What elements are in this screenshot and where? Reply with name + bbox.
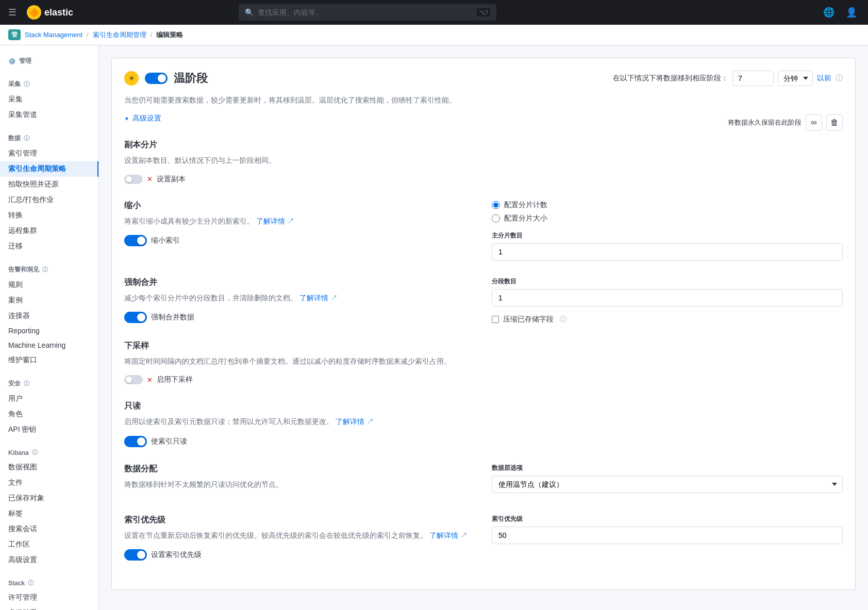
readonly-learn-more[interactable]: 了解详情 ↗ — [336, 417, 374, 426]
forcemerge-desc: 减少每个索引分片中的分段数目，并清除删除的文档。 了解详情 ↗ — [124, 292, 475, 303]
warm-toggle-thumb — [158, 74, 166, 82]
radio-shard-count[interactable]: 配置分片计数 — [492, 200, 843, 210]
sidebar-item-snapshot[interactable]: 拍取快照并还原 — [0, 177, 98, 192]
datatier-select[interactable]: 使用温节点（建议） — [492, 476, 843, 493]
sidebar-item-ml[interactable]: Machine Learning — [0, 338, 98, 352]
elastic-logo-text: elastic — [44, 7, 73, 18]
readonly-section: 只读 启用以使索引及索引元数据只读；禁用以允许写入和元数据更改。 了解详情 ↗ … — [124, 401, 843, 447]
sidebar-item-license[interactable]: 许可管理 — [0, 590, 98, 605]
permanent-infinity-button[interactable]: ∞ — [806, 114, 822, 131]
search-bar[interactable]: 🔍 ⌥/ — [239, 4, 496, 21]
primary-shards-input[interactable] — [492, 243, 843, 261]
advanced-settings-toggle[interactable]: ▼ 高级设置 — [124, 114, 161, 123]
sidebar-item-collect[interactable]: 采集 — [0, 92, 98, 107]
delete-stage-button[interactable]: 🗑 — [826, 114, 843, 131]
replica-title: 副本分片 — [124, 140, 843, 150]
sidebar-item-search-sessions[interactable]: 搜索会话 — [0, 521, 98, 537]
radio-shard-size[interactable]: 配置分片大小 — [492, 214, 843, 223]
sidebar-item-remote-cluster[interactable]: 远程集群 — [0, 223, 98, 239]
downsample-toggle-track[interactable] — [124, 375, 143, 384]
shrink-toggle-track[interactable] — [124, 235, 147, 246]
forcemerge-toggle[interactable] — [124, 312, 147, 323]
sidebar-item-index-lifecycle[interactable]: 索引生命周期策略 — [0, 161, 98, 177]
indexpriority-learn-more[interactable]: 了解详情 ↗ — [429, 531, 468, 539]
downsample-toggle-label: 启用下采样 — [157, 375, 193, 384]
breadcrumb-index-lifecycle[interactable]: 索引生命周期管理 — [93, 30, 146, 40]
breadcrumb-edit-policy: 编辑策略 — [156, 30, 183, 40]
hamburger-menu[interactable]: ☰ — [8, 7, 16, 18]
warm-stage-desc: 当您仍可能需要搜索数据，较少需要更新时，将其移到温层。温层优化了搜索性能，但牺牲… — [124, 94, 843, 106]
sidebar-category-manage[interactable]: ⚙️ 管理 — [0, 54, 98, 69]
sidebar-item-api-keys[interactable]: API 密钥 — [0, 422, 98, 437]
datatier-priority-row: 数据分配 将数据移到针对不太频繁的只读访问优化的节点。 数据层选项 使用温节点（… — [124, 464, 843, 498]
sidebar-item-collect-pipeline[interactable]: 采集管道 — [0, 107, 98, 123]
sidebar-category-label: 管理 — [19, 57, 31, 65]
primary-shards-field: 主分片数目 — [492, 231, 843, 261]
sidebar-section-data: 数据 ⓘ 索引管理 索引生命周期策略 拍取快照并还原 汇总/打包作业 转换 远程… — [0, 131, 98, 254]
replica-toggle-thumb — [126, 176, 132, 182]
user-icon[interactable]: 👤 — [843, 4, 860, 21]
forcemerge-learn-more[interactable]: 了解详情 ↗ — [299, 294, 338, 302]
shrink-desc: 将索引缩小成具有较少主分片的新索引。 了解详情 ↗ — [124, 215, 475, 227]
timing-unit-select[interactable]: 分钟 小时 天 — [778, 71, 813, 86]
downsample-toggle-thumb — [126, 377, 132, 383]
sidebar-item-migrate[interactable]: 迁移 — [0, 239, 98, 254]
replica-toggle-track[interactable] — [124, 175, 143, 184]
sidebar-item-users[interactable]: 用户 — [0, 391, 98, 406]
shrink-learn-more[interactable]: 了解详情 ↗ — [256, 217, 294, 225]
search-input[interactable] — [258, 8, 473, 16]
sidebar-category-data-label: 数据 — [8, 134, 21, 143]
sidebar-section-security: 安全 ⓘ 用户 角色 API 密钥 — [0, 376, 98, 437]
readonly-desc: 启用以使索引及索引元数据只读；禁用以允许写入和元数据更改。 了解详情 ↗ — [124, 416, 843, 427]
sidebar-item-index-manage[interactable]: 索引管理 — [0, 146, 98, 161]
sidebar-item-data-views[interactable]: 数据视图 — [0, 460, 98, 475]
forcemerge-toggle-track[interactable] — [124, 312, 147, 323]
sidebar-item-upgrade[interactable]: 升级助手 — [0, 605, 98, 610]
replica-toggle[interactable]: ✕ — [124, 175, 153, 184]
indexpriority-toggle-track[interactable] — [124, 549, 147, 561]
warm-toggle[interactable] — [145, 73, 168, 84]
compress-checkbox[interactable] — [492, 316, 499, 323]
stage-title-row: ☀ 温阶段 — [124, 71, 208, 86]
sidebar-item-rollup[interactable]: 汇总/打包作业 — [0, 192, 98, 208]
breadcrumb-stack-management[interactable]: Stack Management — [25, 31, 82, 39]
replica-desc: 设置副本数目。默认情况下仍与上一阶段相同。 — [124, 155, 843, 166]
shrink-forcemerge-row: 缩小 将索引缩小成具有较少主分片的新索引。 了解详情 ↗ 缩小索引 — [124, 200, 843, 261]
readonly-toggle[interactable] — [124, 436, 147, 447]
downsample-toggle[interactable]: ✕ — [124, 375, 153, 384]
warm-toggle-track[interactable] — [145, 73, 168, 84]
stage-indicator: ☀ — [124, 71, 139, 86]
sidebar-item-advanced-settings[interactable]: 高级设置 — [0, 552, 98, 568]
sidebar-item-reporting[interactable]: Reporting — [0, 324, 98, 338]
timing-suffix[interactable]: 以前 — [817, 74, 831, 83]
radio-shard-count-input[interactable] — [492, 201, 500, 209]
timing-value-input[interactable] — [732, 71, 774, 86]
sidebar-category-collect-label: 采集 — [8, 80, 21, 89]
top-nav: ☰ 🔶 elastic 🔍 ⌥/ 🌐 👤 — [0, 0, 868, 25]
sidebar-item-workspace[interactable]: 工作区 — [0, 537, 98, 552]
sidebar-category-alerts-label: 告警和洞见 — [8, 265, 39, 274]
main-content: ☀ 温阶段 在以下情况下将数据移到相应阶段： 分钟 小时 天 — [99, 45, 868, 610]
compress-label[interactable]: 压缩已存储字段 — [503, 315, 554, 324]
sidebar-item-rules[interactable]: 规则 — [0, 277, 98, 293]
help-icon[interactable]: 🌐 — [821, 4, 837, 21]
indexpriority-toggle[interactable] — [124, 549, 147, 561]
shrink-toggle[interactable] — [124, 235, 147, 246]
sidebar-item-cases[interactable]: 案例 — [0, 293, 98, 308]
sidebar-item-maintenance[interactable]: 维护窗口 — [0, 352, 98, 368]
sidebar-item-roles[interactable]: 角色 — [0, 406, 98, 422]
sidebar-item-saved-objects[interactable]: 已保存对象 — [0, 490, 98, 506]
permanent-label: 将数据永久保留在此阶段 — [728, 118, 802, 127]
sidebar-item-transform[interactable]: 转换 — [0, 208, 98, 223]
sidebar-item-tags[interactable]: 标签 — [0, 506, 98, 521]
radio-shard-size-input[interactable] — [492, 214, 500, 223]
sidebar-item-connectors[interactable]: 连接器 — [0, 308, 98, 324]
readonly-toggle-thumb — [137, 437, 145, 446]
readonly-toggle-track[interactable] — [124, 436, 147, 447]
datatier-desc: 将数据移到针对不太频繁的只读访问优化的节点。 — [124, 479, 475, 490]
sidebar-item-files[interactable]: 文件 — [0, 475, 98, 490]
segments-input[interactable] — [492, 289, 843, 307]
breadcrumb-sep-2: / — [151, 31, 153, 39]
segments-field: 分段数目 — [492, 277, 843, 307]
indexpriority-input[interactable] — [492, 527, 843, 544]
